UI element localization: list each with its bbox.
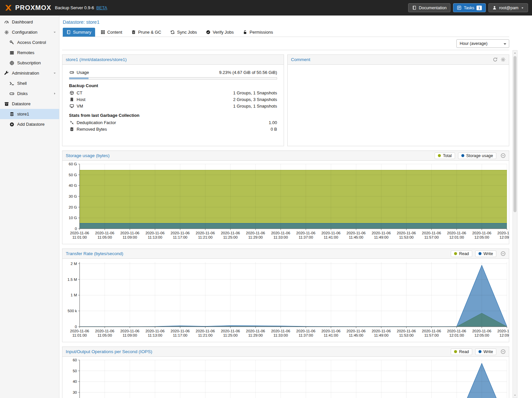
sidebar-item-configuration[interactable]: Configuration xyxy=(0,27,59,37)
svg-text:11:13:00: 11:13:00 xyxy=(148,333,162,337)
scroll-down-button[interactable] xyxy=(513,393,517,398)
legend-read[interactable]: Read xyxy=(451,348,472,355)
legend-storage-usage[interactable]: Storage usage xyxy=(458,152,496,159)
legend-write[interactable]: Write xyxy=(475,250,496,257)
panel-header: Input/Output Operations per Second (IOPS… xyxy=(62,347,509,357)
panel-header: store1 (/mnt/datastores/store1) xyxy=(62,55,284,65)
svg-text:500 k: 500 k xyxy=(68,309,77,313)
sidebar-item-remotes[interactable]: Remotes xyxy=(0,48,59,58)
building-icon xyxy=(69,97,74,102)
svg-text:30: 30 xyxy=(73,390,77,394)
svg-text:2020-11-06: 2020-11-06 xyxy=(422,329,441,333)
tab-summary[interactable]: Summary xyxy=(63,28,95,37)
svg-text:2020-11-06: 2020-11-06 xyxy=(70,231,89,235)
main-area: Datastore: store1 SummaryContentPrune & … xyxy=(59,16,532,398)
comment-panel: Comment xyxy=(287,54,509,146)
svg-text:2020-11-06: 2020-11-06 xyxy=(271,329,290,333)
legend-write[interactable]: Write xyxy=(475,348,496,355)
svg-text:11:29:00: 11:29:00 xyxy=(248,333,263,337)
book-icon xyxy=(66,30,71,34)
svg-text:11:57:00: 11:57:00 xyxy=(424,333,439,337)
comment-body[interactable] xyxy=(288,65,509,73)
row-value: 1 Groups, 1 Snapshots xyxy=(233,90,277,95)
vm-row: VM1 Groups, 1 Snapshots xyxy=(69,103,277,109)
tachometer-icon xyxy=(4,20,9,24)
legend-read[interactable]: Read xyxy=(451,250,472,257)
svg-text:2020-11-06: 2020-11-06 xyxy=(120,329,139,333)
svg-text:2020-11-06: 2020-11-06 xyxy=(447,231,466,235)
svg-text:11:33:00: 11:33:00 xyxy=(273,235,288,239)
tab-verify-jobs[interactable]: Verify Jobs xyxy=(202,28,237,37)
svg-text:2020-11-06: 2020-11-06 xyxy=(422,231,441,235)
sidebar-item-label: Subscription xyxy=(17,60,41,65)
chevron-down-icon xyxy=(504,43,506,45)
svg-text:11:25:00: 11:25:00 xyxy=(223,333,238,337)
sidebar: DashboardConfigurationAccess ControlRemo… xyxy=(0,16,59,398)
app-header: PROXMOX Backup Server 0.9-6 BETA Documen… xyxy=(0,0,532,16)
sidebar-item-access-control[interactable]: Access Control xyxy=(0,37,59,48)
legend-dot xyxy=(454,252,457,255)
svg-text:11:57:00: 11:57:00 xyxy=(424,235,439,239)
toolbar: Hour (average) xyxy=(62,37,509,50)
beta-link[interactable]: BETA xyxy=(96,5,107,10)
host-row: Host2 Groups, 3 Snapshots xyxy=(69,96,277,103)
lifering-icon xyxy=(9,61,15,65)
row-label: Deduplication Factor xyxy=(77,120,116,125)
sidebar-item-shell[interactable]: Shell xyxy=(0,78,59,88)
legend-label: Total xyxy=(443,153,451,158)
tab-sync-jobs[interactable]: Sync Jobs xyxy=(167,28,200,37)
refresh-icon[interactable] xyxy=(493,57,498,62)
vertical-scrollbar[interactable] xyxy=(513,50,517,398)
sidebar-item-label: Shell xyxy=(17,81,27,86)
documentation-button[interactable]: Documentation xyxy=(408,3,450,12)
sidebar-item-disks[interactable]: Disks xyxy=(0,88,59,99)
chart-canvas: 01020304050602020-11-0611:01:002020-11-0… xyxy=(62,357,509,398)
header-actions: Documentation Tasks 1 root@pam xyxy=(408,3,528,12)
svg-text:50 G: 50 G xyxy=(69,173,77,177)
sidebar-item-administration[interactable]: Administration xyxy=(0,68,59,78)
gear-icon[interactable] xyxy=(501,57,506,62)
svg-text:2020-11-06: 2020-11-06 xyxy=(145,231,164,235)
svg-text:2020-11-06: 2020-11-06 xyxy=(70,329,89,333)
tab-permissions[interactable]: Permissions xyxy=(239,28,277,37)
user-menu-button[interactable]: root@pam xyxy=(488,3,528,12)
sidebar-item-subscription[interactable]: Subscription xyxy=(0,58,59,68)
row-label: Host xyxy=(77,97,86,102)
svg-text:60 G: 60 G xyxy=(69,162,77,166)
svg-text:2020-11-06: 2020-11-06 xyxy=(372,329,391,333)
svg-text:2020-11-06: 2020-11-06 xyxy=(246,329,265,333)
svg-text:2020-11-06: 2020-11-06 xyxy=(171,231,190,235)
svg-text:2020-11-06: 2020-11-06 xyxy=(246,231,265,235)
usage-label: Usage xyxy=(77,70,89,75)
hdd-icon xyxy=(69,70,74,75)
archive-icon xyxy=(4,102,9,106)
sidebar-item-store1[interactable]: store1 xyxy=(0,109,59,119)
tab-prune-gc[interactable]: Prune & GC xyxy=(128,28,165,37)
svg-text:2020-11-06: 2020-11-06 xyxy=(321,329,340,333)
sidebar-item-label: Access Control xyxy=(17,40,46,45)
scroll-up-button[interactable] xyxy=(513,50,517,55)
svg-text:2020-11-06: 2020-11-06 xyxy=(95,231,114,235)
collapse-icon[interactable] xyxy=(501,251,506,256)
svg-text:2020-11-06: 2020-11-06 xyxy=(346,329,366,333)
tasks-button[interactable]: Tasks 1 xyxy=(453,3,486,12)
collapse-icon[interactable] xyxy=(501,349,506,354)
svg-text:11:37:00: 11:37:00 xyxy=(299,333,313,337)
scrollbar-thumb[interactable] xyxy=(514,56,516,212)
book-icon xyxy=(412,6,416,10)
sidebar-item-dashboard[interactable]: Dashboard xyxy=(0,17,59,27)
svg-text:2020-11-06: 2020-11-06 xyxy=(196,231,215,235)
caret-down-icon xyxy=(521,6,524,10)
timeframe-select[interactable]: Hour (average) xyxy=(456,39,509,48)
collapse-icon[interactable] xyxy=(501,153,506,158)
tab-label: Summary xyxy=(73,30,91,35)
sidebar-item-add-datastore[interactable]: Add Datastore xyxy=(0,119,59,129)
legend-label: Read xyxy=(459,251,469,256)
svg-text:2020-11-06: 2020-11-06 xyxy=(120,231,139,235)
sidebar-item-datastore[interactable]: Datastore xyxy=(0,99,59,109)
tab-content[interactable]: Content xyxy=(97,28,126,37)
legend-dot xyxy=(461,154,464,157)
key-icon xyxy=(9,40,15,45)
legend-total[interactable]: Total xyxy=(435,152,455,159)
legend-dot xyxy=(438,154,441,157)
